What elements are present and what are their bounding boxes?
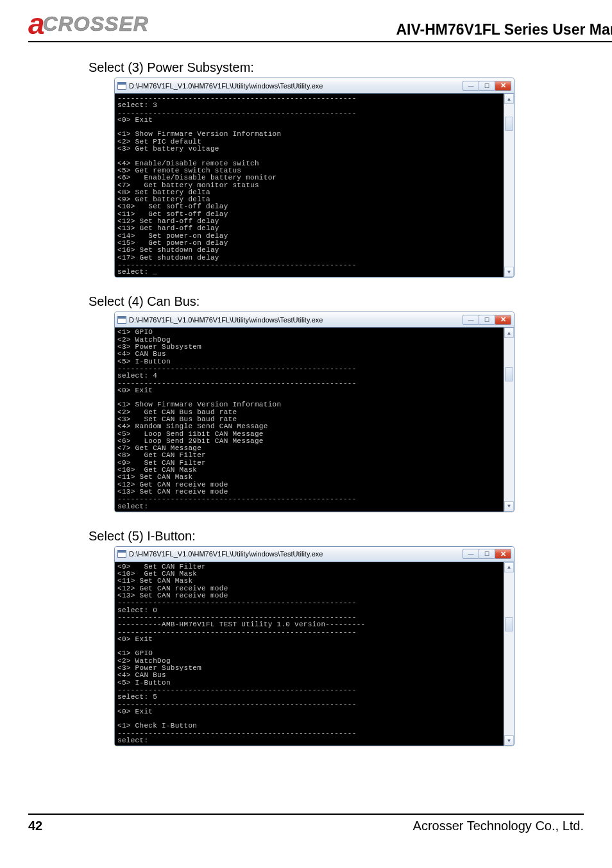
minimize-button[interactable]: — [463, 315, 479, 325]
minimize-button[interactable]: — [463, 81, 479, 91]
close-button[interactable]: ✕ [495, 549, 511, 559]
company-name: Acrosser Technology Co., Ltd. [413, 819, 584, 833]
maximize-button[interactable]: ☐ [479, 81, 495, 91]
window-title-path: D:\HM76V1FL_V1.0\HM76V1FL\Utility\window… [129, 316, 323, 324]
scrollbar[interactable]: ▲ ▼ [504, 328, 514, 511]
console-window-2: D:\HM76V1FL_V1.0\HM76V1FL\Utility\window… [114, 312, 514, 512]
cmd-icon [117, 550, 126, 558]
maximize-button[interactable]: ☐ [479, 549, 495, 559]
title-bar: D:\HM76V1FL_V1.0\HM76V1FL\Utility\window… [115, 547, 514, 562]
logo: a CROSSER [28, 9, 149, 38]
console-window-3: D:\HM76V1FL_V1.0\HM76V1FL\Utility\window… [114, 546, 514, 746]
maximize-button[interactable]: ☐ [479, 315, 495, 325]
scroll-thumb[interactable] [505, 617, 513, 631]
manual-title: AIV-HM76V1FL Series User Manual [396, 21, 613, 38]
cmd-icon [117, 316, 126, 324]
minimize-button[interactable]: — [463, 549, 479, 559]
close-button[interactable]: ✕ [495, 81, 511, 91]
section-label-i-button: Select (5) I-Button: [89, 529, 584, 544]
section-label-power-subsystem: Select (3) Power Subsystem: [89, 60, 584, 75]
scroll-up-icon[interactable]: ▲ [504, 94, 514, 104]
console-output: <1> GPIO <2> WatchDog <3> Power Subsyste… [115, 328, 504, 511]
window-title-path: D:\HM76V1FL_V1.0\HM76V1FL\Utility\window… [129, 550, 323, 558]
section-label-can-bus: Select (4) Can Bus: [89, 294, 584, 309]
logo-mark: a [28, 9, 44, 38]
window-title-path: D:\HM76V1FL_V1.0\HM76V1FL\Utility\window… [129, 82, 323, 90]
close-button[interactable]: ✕ [495, 315, 511, 325]
scroll-up-icon[interactable]: ▲ [504, 328, 514, 338]
title-bar: D:\HM76V1FL_V1.0\HM76V1FL\Utility\window… [115, 78, 514, 94]
scroll-down-icon[interactable]: ▼ [504, 735, 514, 746]
scroll-thumb[interactable] [505, 117, 513, 131]
console-output: ----------------------------------------… [115, 94, 504, 277]
logo-text: CROSSER [43, 13, 149, 34]
scroll-down-icon[interactable]: ▼ [504, 501, 514, 512]
cmd-icon [117, 82, 126, 90]
scrollbar[interactable]: ▲ ▼ [504, 94, 514, 277]
console-output: <9> Set CAN Filter <10> Get CAN Mask <11… [115, 562, 504, 746]
scroll-up-icon[interactable]: ▲ [504, 562, 514, 572]
scrollbar[interactable]: ▲ ▼ [504, 562, 514, 746]
console-window-1: D:\HM76V1FL_V1.0\HM76V1FL\Utility\window… [114, 78, 514, 278]
page-number: 42 [28, 819, 42, 833]
title-bar: D:\HM76V1FL_V1.0\HM76V1FL\Utility\window… [115, 312, 514, 328]
scroll-thumb[interactable] [505, 367, 513, 381]
scroll-down-icon[interactable]: ▼ [504, 267, 514, 277]
